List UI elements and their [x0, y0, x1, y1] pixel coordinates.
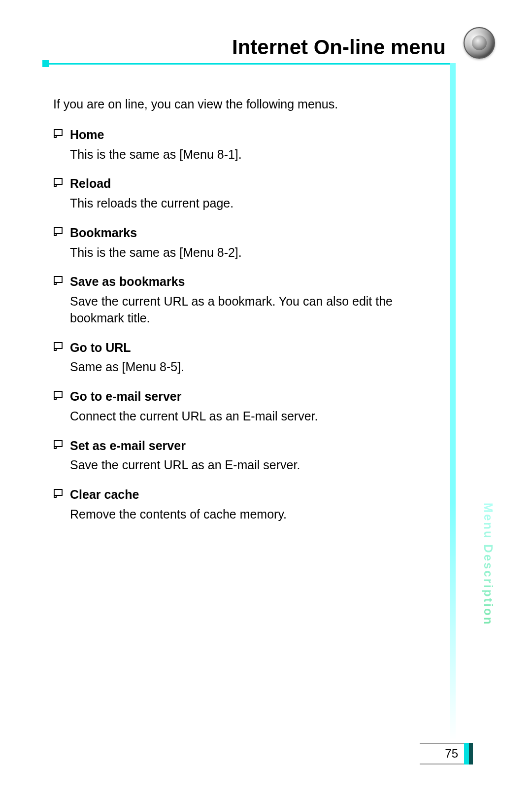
item-heading: Home	[70, 127, 104, 143]
bullet-icon	[53, 227, 63, 237]
globe-icon	[464, 27, 495, 59]
bullet-icon	[53, 177, 63, 187]
list-item: Bookmarks This is the same as [Menu 8-2]…	[53, 225, 429, 261]
section-label: Menu Description	[481, 503, 495, 625]
bullet-icon	[53, 440, 63, 450]
item-heading: Clear cache	[70, 486, 139, 503]
list-item: Go to e-mail server Connect the current …	[53, 388, 429, 425]
bullet-icon	[53, 488, 63, 498]
item-description: This is the same as [Menu 8-1].	[70, 146, 429, 163]
list-item: Go to URL Same as [Menu 8-5].	[53, 340, 429, 376]
page-title: Internet On-line menu	[0, 35, 451, 59]
item-description: This reloads the current page.	[70, 195, 429, 212]
bullet-icon	[53, 276, 63, 285]
bullet-icon	[53, 342, 63, 351]
page-number: 75	[445, 747, 458, 761]
list-item: Home This is the same as [Menu 8-1].	[53, 127, 429, 163]
item-heading: Reload	[70, 175, 111, 192]
page-tab-cyan	[464, 743, 469, 764]
list-item: Clear cache Remove the contents of cache…	[53, 486, 429, 523]
item-description: Same as [Menu 8-5].	[70, 359, 429, 376]
content-area: If you are on line, you can view the fol…	[53, 96, 429, 536]
page-number-tab	[464, 743, 473, 764]
intro-text: If you are on line, you can view the fol…	[53, 96, 429, 113]
list-item: Set as e-mail server Save the current UR…	[53, 438, 429, 474]
list-item: Reload This reloads the current page.	[53, 175, 429, 212]
bullet-icon	[53, 129, 63, 139]
item-description: Remove the contents of cache memory.	[70, 506, 429, 523]
item-description: Save the current URL as a bookmark. You …	[70, 293, 429, 327]
item-heading: Bookmarks	[70, 225, 137, 242]
item-heading: Go to URL	[70, 340, 131, 356]
title-rule	[49, 63, 451, 65]
bullet-icon	[53, 390, 63, 400]
item-heading: Go to e-mail server	[70, 388, 181, 405]
list-item: Save as bookmarks Save the current URL a…	[53, 274, 429, 326]
page-number-rule	[420, 764, 464, 764]
page-number-rule	[420, 743, 464, 744]
page-tab-dark	[469, 743, 473, 764]
item-heading: Set as e-mail server	[70, 438, 186, 454]
item-description: Connect the current URL as an E-mail ser…	[70, 408, 429, 425]
item-description: Save the current URL as an E-mail server…	[70, 457, 429, 474]
side-strip	[450, 63, 456, 740]
item-description: This is the same as [Menu 8-2].	[70, 244, 429, 261]
item-heading: Save as bookmarks	[70, 274, 185, 290]
